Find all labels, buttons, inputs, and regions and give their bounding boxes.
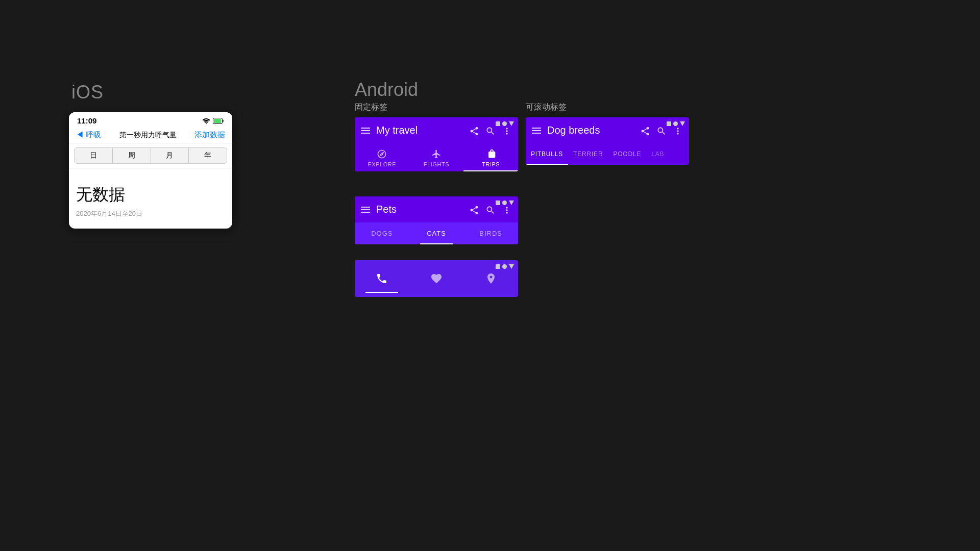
fullscreen-icon[interactable] [673, 121, 678, 126]
card-controls [667, 121, 685, 126]
hamburger-menu-icon[interactable] [361, 128, 370, 134]
wifi-icon [202, 117, 210, 124]
android-travel-card: My travel EXPLORE [355, 117, 518, 171]
minimize-icon[interactable] [667, 121, 671, 126]
hamburger-menu-icon[interactable] [532, 128, 541, 134]
fullscreen-icon[interactable] [502, 121, 507, 126]
travel-card-header: My travel [355, 117, 518, 143]
more-options-icon[interactable] [502, 124, 512, 136]
phone-tab[interactable] [355, 268, 409, 289]
search-icon[interactable] [485, 204, 496, 215]
ios-period-tabs: 日 周 月 年 [69, 143, 232, 168]
ios-section-label: iOS [71, 82, 104, 103]
android-scrollable-label: 可滚动标签 [526, 102, 567, 113]
explore-tab[interactable]: EXPLORE [355, 143, 409, 171]
dogbreeds-card-title: Dog breeds [547, 124, 634, 136]
ios-tab-year[interactable]: 年 [189, 147, 227, 164]
terrier-tab[interactable]: TERRIER [568, 143, 608, 165]
more-options-icon[interactable] [673, 124, 683, 136]
fullscreen-icon[interactable] [502, 264, 507, 269]
minimize-icon[interactable] [496, 201, 500, 205]
share-icon[interactable] [640, 124, 650, 136]
travel-card-title: My travel [376, 124, 463, 136]
trips-tab[interactable]: TRIPS [463, 143, 518, 171]
android-fixed-label: 固定标签 [355, 102, 387, 113]
share-icon[interactable] [469, 204, 479, 215]
close-icon[interactable] [509, 201, 514, 205]
travel-tabs: EXPLORE FLIGHTS TRIPS [355, 143, 518, 171]
ios-add-data-button[interactable]: 添加数据 [194, 130, 225, 140]
ios-back-button[interactable]: ◀ 呼吸 [76, 130, 101, 140]
close-icon[interactable] [680, 121, 685, 126]
ios-status-icons [202, 117, 224, 124]
heart-tab[interactable] [409, 268, 464, 289]
pets-card-header: Pets [355, 196, 518, 222]
ios-tab-day[interactable]: 日 [74, 147, 113, 164]
close-icon[interactable] [509, 264, 514, 269]
poodle-tab[interactable]: POODLE [608, 143, 646, 165]
location-tab[interactable] [463, 268, 518, 289]
ios-tab-month[interactable]: 月 [151, 147, 189, 164]
dogbreeds-card-header: Dog breeds [526, 117, 689, 143]
ios-date-range: 2020年6月14日至20日 [76, 209, 225, 218]
android-dogbreeds-card: Dog breeds PITBULLS TERRIER POODLE LAB [526, 117, 689, 165]
card-controls [496, 121, 514, 126]
birds-tab[interactable]: BIRDS [463, 222, 518, 244]
ios-phone-mockup: 11:09 ◀ 呼吸 第一秒用力呼气量 添加数据 [69, 112, 232, 229]
svg-point-0 [206, 123, 207, 124]
flights-tab-label: FLIGHTS [424, 161, 449, 167]
pets-card-title: Pets [376, 204, 463, 215]
search-icon[interactable] [485, 124, 496, 136]
ios-status-bar: 11:09 [69, 112, 232, 127]
pets-tabs: DOGS CATS BIRDS [355, 222, 518, 244]
ios-no-data-text: 无数据 [76, 184, 225, 206]
more-options-icon[interactable] [502, 204, 512, 215]
flights-tab[interactable]: FLIGHTS [409, 143, 464, 171]
card-controls [496, 201, 514, 205]
ios-nav-bar: ◀ 呼吸 第一秒用力呼气量 添加数据 [69, 127, 232, 143]
lab-tab[interactable]: LAB [646, 143, 669, 165]
breeds-tabs: PITBULLS TERRIER POODLE LAB [526, 143, 689, 165]
android-pets-card: Pets DOGS CATS BIRDS [355, 196, 518, 244]
trips-tab-label: TRIPS [482, 161, 500, 167]
flight-icon [431, 148, 442, 159]
ios-content-area: 无数据 2020年6月14日至20日 [69, 168, 232, 229]
minimize-icon[interactable] [496, 264, 500, 269]
ios-time: 11:09 [77, 116, 96, 125]
dogs-tab[interactable]: DOGS [355, 222, 409, 244]
card-controls [496, 264, 514, 269]
hamburger-menu-icon[interactable] [361, 207, 370, 213]
pitbulls-tab[interactable]: PITBULLS [526, 143, 568, 165]
battery-icon [213, 117, 224, 124]
svg-rect-2 [214, 119, 221, 123]
minimize-icon[interactable] [496, 121, 500, 126]
cats-tab[interactable]: CATS [409, 222, 464, 244]
search-icon[interactable] [656, 124, 667, 136]
share-icon[interactable] [469, 124, 479, 136]
explore-tab-label: EXPLORE [368, 161, 396, 167]
ios-nav-title: 第一秒用力呼气量 [119, 131, 177, 140]
briefcase-icon [486, 148, 496, 159]
compass-icon [377, 148, 387, 159]
android-icons-card [355, 260, 518, 297]
fullscreen-icon[interactable] [502, 201, 507, 205]
ios-tab-week[interactable]: 周 [113, 147, 151, 164]
close-icon[interactable] [509, 121, 514, 126]
android-section-label: Android [355, 79, 418, 101]
